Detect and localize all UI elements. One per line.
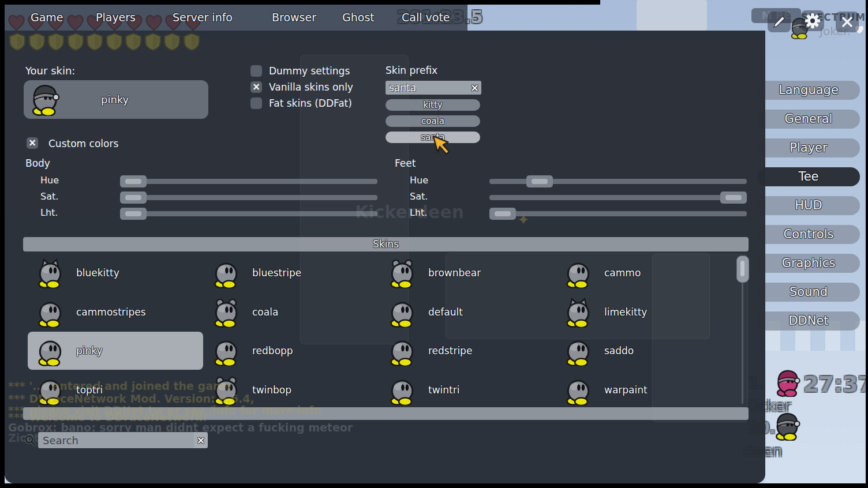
tab-player[interactable]: Player <box>757 138 860 157</box>
search-clear-icon[interactable]: × <box>194 432 208 448</box>
skin-name: saddo <box>604 332 634 370</box>
feet-section-label: Feet <box>395 157 416 169</box>
search-input-box <box>38 432 194 448</box>
custom-colors-checkbox[interactable]: × <box>27 137 38 149</box>
skin-item-bluestripe[interactable]: bluestripe <box>204 254 379 292</box>
skin-name: redstripe <box>428 332 472 370</box>
pencil-icon <box>772 15 786 29</box>
search-input[interactable] <box>38 432 194 448</box>
current-skin-preview[interactable]: pinky <box>24 80 208 119</box>
skin-name: warpaint <box>604 371 648 409</box>
menu-item-browser[interactable]: Browser <box>272 4 316 31</box>
skin-name: brownbear <box>428 254 481 292</box>
ddnet-settings-screen: 1. 27:37Kicker20. deen M RE SPECTRUM <box>0 0 868 488</box>
skin-item-coala[interactable]: coala <box>204 293 379 331</box>
slider-label-hue: Hue <box>410 175 428 186</box>
edit-button[interactable] <box>768 12 791 32</box>
body-sat-slider-handle[interactable] <box>120 192 147 204</box>
skin-name: twintri <box>428 371 459 409</box>
tee-icon <box>387 374 418 406</box>
settings-button[interactable] <box>801 10 824 31</box>
skin-prefix-preset-coala[interactable]: coala <box>386 115 480 127</box>
frame-left <box>0 0 5 488</box>
skin-item-redstripe[interactable]: redstripe <box>380 332 555 370</box>
skin-item-bluekitty[interactable]: bluekitty <box>28 254 203 292</box>
skin-item-twintri[interactable]: twintri <box>380 371 555 409</box>
tee-icon <box>211 296 242 328</box>
skin-name: redbopp <box>252 332 293 370</box>
feet-hue-slider-handle[interactable] <box>526 175 553 187</box>
search-icon <box>24 434 37 447</box>
tab-hud[interactable]: HUD <box>757 196 860 215</box>
tab-tee[interactable]: Tee <box>757 167 860 186</box>
slider-label-sat: Sat. <box>40 191 58 202</box>
tab-language[interactable]: Language <box>757 81 860 100</box>
toggle-checkbox-dummy[interactable] <box>250 65 262 77</box>
skin-name: cammostripes <box>76 293 146 331</box>
skin-name: cammo <box>604 254 641 292</box>
body-hue-slider-handle[interactable] <box>120 175 147 187</box>
slider-label-lht: Lht. <box>40 207 58 218</box>
tee-icon <box>563 257 594 288</box>
scoreboard-time: 27:37 <box>803 371 868 397</box>
frame-right <box>866 0 868 488</box>
menu-item-game[interactable]: Game <box>31 4 63 31</box>
skin-item-redbopp[interactable]: redbopp <box>204 332 379 370</box>
skin-name: bluekitty <box>76 254 119 292</box>
skin-item-saddo[interactable]: saddo <box>556 332 731 370</box>
skin-item-default[interactable]: default <box>380 293 555 331</box>
custom-colors-label: Custom colors <box>48 138 118 149</box>
menu-item-call-vote[interactable]: Call vote <box>402 4 450 31</box>
skin-name: limekitty <box>604 293 647 331</box>
skin-prefix-preset-kitty[interactable]: kitty <box>386 99 480 111</box>
skins-list-header: Skins <box>23 237 749 251</box>
tee-icon <box>563 296 594 328</box>
toggle-checkbox-fat[interactable] <box>250 97 262 109</box>
shield-icon <box>28 32 46 53</box>
skin-name: default <box>428 293 463 331</box>
skin-item-pinky[interactable]: pinky <box>28 332 203 370</box>
ghost-chat-line: *** '...' entered and joined the game <box>8 380 232 392</box>
menu-item-players[interactable]: Players <box>96 4 136 31</box>
skin-item-warpaint[interactable]: warpaint <box>556 371 731 409</box>
body-lht-slider-handle[interactable] <box>120 208 147 220</box>
skins-scrollbar-thumb[interactable] <box>736 256 749 283</box>
scoreboard-tee-icon <box>773 368 802 399</box>
skin-item-brownbear[interactable]: brownbear <box>380 254 555 292</box>
top-menu-bar: GamePlayersServer infoBrowserGhostCall v… <box>5 4 467 31</box>
skin-name: twinbop <box>252 371 291 409</box>
menu-item-ghost[interactable]: Ghost <box>342 4 375 31</box>
body-sat-slider-track[interactable] <box>120 195 377 200</box>
skin-item-cammostripes[interactable]: cammostripes <box>28 293 203 331</box>
body-hue-slider-track[interactable] <box>120 179 377 184</box>
skin-name: bluestripe <box>252 254 301 292</box>
current-skin-name: pinky <box>101 80 129 119</box>
toggle-checkbox-vanilla[interactable]: × <box>250 81 262 93</box>
skin-prefix-clear-icon[interactable]: × <box>470 81 479 93</box>
menu-item-server-info[interactable]: Server info <box>173 4 233 31</box>
shield-icon <box>163 32 181 53</box>
tee-icon <box>563 335 594 366</box>
tee-icon <box>35 335 66 366</box>
close-button[interactable] <box>836 12 859 32</box>
tab-controls[interactable]: Controls <box>757 225 860 244</box>
close-icon <box>841 16 853 28</box>
tab-ddnet[interactable]: DDNet <box>757 311 860 331</box>
current-skin-tee-icon <box>28 82 62 118</box>
skin-item-limekitty[interactable]: limekitty <box>556 293 731 331</box>
feet-lht-slider-handle[interactable] <box>489 208 516 220</box>
feet-lht-slider-track[interactable] <box>489 211 747 216</box>
feet-sat-slider-handle[interactable] <box>720 192 747 204</box>
body-lht-slider-track[interactable] <box>120 211 377 216</box>
feet-sat-slider-track[interactable] <box>489 195 747 200</box>
tab-sound[interactable]: Sound <box>757 283 860 302</box>
skin-prefix-input[interactable] <box>386 81 470 95</box>
slider-label-sat: Sat. <box>410 191 428 202</box>
shield-icon <box>47 32 65 53</box>
tab-general[interactable]: General <box>757 110 860 129</box>
shield-icon <box>182 32 201 53</box>
toggle-label: Dummy settings <box>269 65 350 77</box>
tab-graphics[interactable]: Graphics <box>757 254 860 273</box>
skin-item-cammo[interactable]: cammo <box>556 254 731 292</box>
shield-icon <box>85 32 104 53</box>
